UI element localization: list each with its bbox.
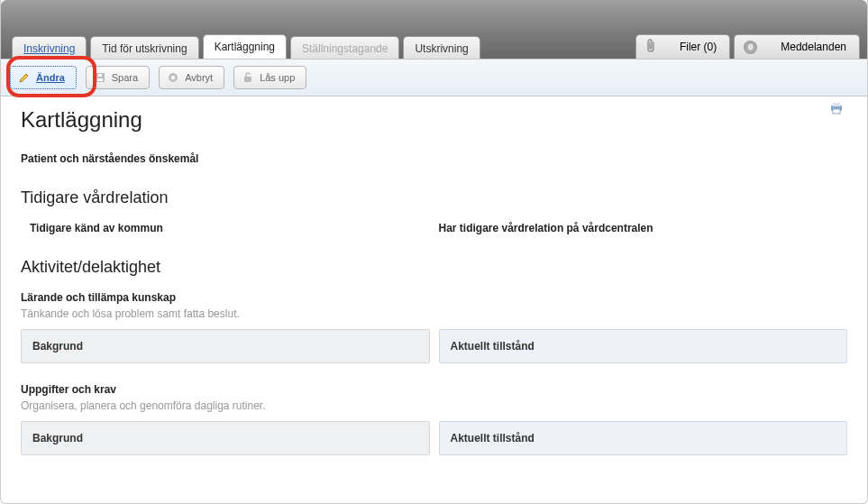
uppgifter-title: Uppgifter och krav xyxy=(21,383,847,396)
section-tidigare-title: Tidigare vårdrelation xyxy=(21,188,847,207)
page-title: Kartläggning xyxy=(21,107,847,133)
section-aktivitet-title: Aktivitet/delaktighet xyxy=(21,258,847,277)
app-window: Inskrivning Tid för utskrivning Kartlägg… xyxy=(0,0,868,504)
larande-title: Lärande och tillämpa kunskap xyxy=(21,291,847,304)
filer-button[interactable]: Filer (0) xyxy=(635,34,730,59)
tab-stallningstagande: Ställningstagande xyxy=(290,36,399,59)
paperclip-icon xyxy=(645,39,656,56)
bakgrund-panel-2[interactable]: Bakgrund xyxy=(21,421,430,455)
lasupp-button[interactable]: Lås upp xyxy=(233,66,306,89)
svg-rect-6 xyxy=(833,103,840,106)
lasupp-label: Lås upp xyxy=(260,72,295,83)
cancel-icon xyxy=(167,71,179,84)
pencil-icon xyxy=(18,71,31,84)
larande-panels: Bakgrund Aktuellt tillstånd xyxy=(21,329,847,363)
spara-label: Spara xyxy=(112,72,138,83)
tidigare-row: Tidigare känd av kommun Har tidigare vår… xyxy=(21,222,847,234)
tab-inskrivning[interactable]: Inskrivning xyxy=(12,36,87,59)
filer-label: Filer (0) xyxy=(680,41,717,53)
save-icon xyxy=(94,71,106,84)
aktuellt-panel-2[interactable]: Aktuellt tillstånd xyxy=(439,421,848,455)
tab-utskrivning[interactable]: Utskrivning xyxy=(403,36,480,59)
tab-inskrivning-link[interactable]: Inskrivning xyxy=(23,42,75,55)
avbryt-label: Avbryt xyxy=(185,72,213,83)
print-icon[interactable] xyxy=(829,102,844,115)
window-titlebar xyxy=(1,0,867,32)
tidigare-vardcentral-label: Har tidigare vårdrelation på vårdcentral… xyxy=(439,222,848,234)
larande-desc: Tänkande och lösa problem samt fatta bes… xyxy=(21,307,847,320)
tab-kartlaggning[interactable]: Kartläggning xyxy=(203,34,287,59)
andra-button[interactable]: Ändra xyxy=(10,66,77,89)
svg-rect-7 xyxy=(833,109,840,114)
tab-tid-for-utskrivning[interactable]: Tid för utskrivning xyxy=(90,36,198,59)
tabs-right-group: Filer (0) 0 Meddelanden xyxy=(635,34,860,59)
unlock-icon xyxy=(242,71,254,84)
tabs-row: Inskrivning Tid för utskrivning Kartlägg… xyxy=(1,32,867,59)
svg-rect-4 xyxy=(244,77,251,82)
uppgifter-panels: Bakgrund Aktuellt tillstånd xyxy=(21,421,847,455)
message-count-badge: 0 xyxy=(744,41,757,54)
spara-button[interactable]: Spara xyxy=(86,66,150,89)
andra-label: Ändra xyxy=(36,72,65,83)
svg-rect-1 xyxy=(97,78,103,81)
patient-wishes-label: Patient och närståendes önskemål xyxy=(21,152,847,165)
bakgrund-panel-1[interactable]: Bakgrund xyxy=(21,329,430,363)
aktuellt-panel-1[interactable]: Aktuellt tillstånd xyxy=(439,329,848,363)
uppgifter-desc: Organisera, planera och genomföra daglig… xyxy=(21,399,847,412)
tidigare-kommun-label: Tidigare känd av kommun xyxy=(21,222,430,234)
avbryt-button[interactable]: Avbryt xyxy=(159,66,224,89)
toolbar: Ändra Spara Avbryt Lås upp xyxy=(1,59,867,96)
svg-rect-2 xyxy=(98,74,102,77)
content-area: Kartläggning Patient och närståendes öns… xyxy=(1,96,867,466)
meddelanden-button[interactable]: 0 Meddelanden xyxy=(734,34,860,59)
meddelanden-label: Meddelanden xyxy=(781,41,846,53)
